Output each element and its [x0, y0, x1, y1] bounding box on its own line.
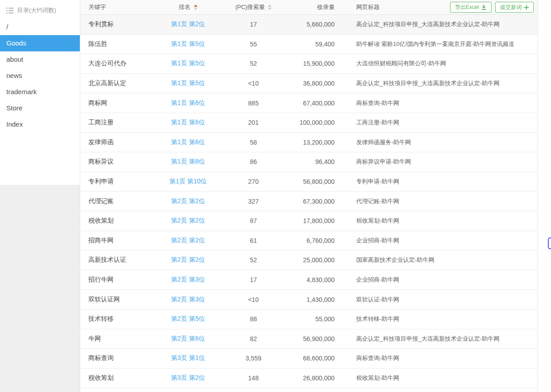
sidebar-title-label: 目录(大约词数): [17, 6, 56, 14]
sidebar-item-index[interactable]: Index: [0, 116, 80, 132]
rank-link[interactable]: 第2页 第6位: [171, 335, 205, 342]
page-title-cell: 双软认证-助牛网: [344, 296, 537, 304]
sidebar: 目录(大约词数) /GoodsaboutnewstrademarkStoreIn…: [0, 0, 80, 392]
header-buttons: 导出Excel 提交新词: [450, 2, 534, 13]
keyword-cell: 专利申请: [80, 178, 161, 186]
keyword-cell: 招商牛网: [80, 237, 161, 245]
rank-cell: 第2页 第3位: [161, 296, 216, 304]
rank-cell: 第2页 第2位: [161, 237, 216, 245]
rank-link[interactable]: 第2页 第2位: [171, 256, 205, 263]
rank-link[interactable]: 第1页 第5位: [171, 79, 205, 87]
page-title-cell: 技术转移-助牛网: [344, 315, 537, 323]
pc-volume-cell: 58: [216, 139, 291, 146]
indexed-cell: 17,800,000: [291, 217, 344, 224]
pc-volume-cell: 270: [216, 178, 291, 185]
column-header-indexed: 收录量: [291, 3, 344, 11]
rank-link[interactable]: 第1页 第8位: [171, 158, 205, 165]
rank-link[interactable]: 第2页 第3位: [171, 276, 205, 283]
page-title-cell: 国家高新技术企业认定-助牛网: [344, 256, 537, 264]
pc-volume-cell: <10: [216, 296, 291, 303]
sort-icon-pc-volume[interactable]: [268, 5, 271, 10]
column-header-indexed-label: 收录量: [317, 3, 335, 11]
rank-cell: 第3页 第1位: [161, 354, 216, 362]
page-title-cell: 专利申请-助牛网: [344, 178, 537, 186]
indexed-cell: 15,900,000: [291, 60, 344, 67]
pc-volume-cell: 87: [216, 217, 291, 224]
sort-icon-rank[interactable]: [194, 5, 197, 10]
rank-link[interactable]: 第3页 第2位: [171, 374, 205, 381]
app-window: 目录(大约词数) /GoodsaboutnewstrademarkStoreIn…: [0, 0, 551, 392]
column-header-rank-label: 排名: [179, 3, 191, 11]
pc-volume-cell: 885: [216, 100, 291, 107]
rank-link[interactable]: 第2页 第2位: [171, 197, 205, 205]
page-title-cell: 商标查询-助牛网: [344, 99, 537, 107]
column-header-keyword: 关键字: [80, 3, 161, 11]
table-row: 税收筹划 第3页 第2位 148 26,800,000 税收筹划-助牛网: [80, 369, 537, 388]
rank-link[interactable]: 第3页 第1位: [171, 354, 205, 361]
sidebar-item-root[interactable]: /: [0, 19, 80, 35]
rank-link[interactable]: 第2页 第3位: [171, 296, 205, 303]
table-row: 北京高新认定 第1页 第5位 <10 36,800,000 高企认定_科技项目申…: [80, 74, 537, 94]
keyword-cell: 招行牛网: [80, 276, 161, 284]
rank-link[interactable]: 第1页 第6位: [171, 99, 205, 106]
page-title-cell: 税收筹划-助牛网: [344, 217, 537, 225]
table-row: 招商牛网 第2页 第2位 61 6,760,000 企业招商-助牛网: [80, 231, 537, 251]
rank-link[interactable]: 第1页 第6位: [171, 119, 205, 126]
right-gutter: [538, 0, 551, 392]
sidebar-item-trademark[interactable]: trademark: [0, 84, 80, 100]
table-row: 商标异议 第1页 第8位 86 96,400 商标异议申请-助牛网: [80, 152, 537, 172]
pc-volume-cell: 201: [216, 119, 291, 126]
table-row: 陈伍胜 第1页 第5位 55 59,400 助牛解读 索赔10亿!国内专利第一案…: [80, 35, 537, 55]
sidebar-item-store[interactable]: Store: [0, 100, 80, 116]
pc-volume-cell: 52: [216, 60, 291, 67]
submit-new-word-button[interactable]: 提交新词: [495, 2, 534, 13]
rank-link[interactable]: 第2页 第2位: [171, 237, 205, 244]
floating-widget-partial[interactable]: [548, 237, 551, 249]
rank-link[interactable]: 第1页 第6位: [171, 138, 205, 146]
page-title-cell: 大连信恒财税顾问有限公司-助牛网: [344, 59, 537, 68]
table-row: 专利贯标 第1页 第2位 17 5,660,000 高企认定_科技项目申报_大连…: [80, 15, 537, 35]
keyword-cell: 牛网: [80, 335, 161, 343]
table-row: 发律师函 第1页 第6位 58 13,200,000 发律师函服务-助牛网: [80, 133, 537, 153]
rank-link[interactable]: 第1页 第5位: [171, 59, 205, 67]
keyword-cell: 商标查询: [80, 354, 161, 362]
indexed-cell: 56,900,000: [291, 335, 344, 342]
rank-link[interactable]: 第2页 第5位: [171, 315, 205, 322]
indexed-cell: 36,800,000: [291, 80, 344, 87]
column-header-keyword-label: 关键字: [88, 3, 106, 11]
export-excel-button[interactable]: 导出Excel: [450, 2, 491, 13]
column-header-rank[interactable]: 排名: [161, 3, 216, 11]
rank-link[interactable]: 第1页 第2位: [171, 20, 205, 27]
page-title-cell: 企业招商-助牛网: [344, 237, 537, 245]
rank-link[interactable]: 第2页 第2位: [171, 217, 205, 224]
rank-cell: 第2页 第2位: [161, 217, 216, 225]
indexed-cell: 68,600,000: [291, 355, 344, 362]
indexed-cell: 67,300,000: [291, 198, 344, 205]
table-row: 技术转移 第2页 第5位 88 55,000 技术转移-助牛网: [80, 310, 537, 329]
sidebar-item-news[interactable]: news: [0, 68, 80, 84]
sidebar-item-goods[interactable]: Goods: [0, 35, 80, 51]
table-row: 代理记账 第2页 第2位 327 67,300,000 代理记账-助牛网: [80, 191, 537, 211]
rank-cell: 第1页 第2位: [161, 20, 216, 28]
page-title-cell: 代理记账-助牛网: [344, 197, 537, 205]
keyword-cell: 工商注册: [80, 119, 161, 127]
indexed-cell: 59,400: [291, 41, 344, 48]
rank-link[interactable]: 第1页 第10位: [169, 178, 207, 185]
rank-link[interactable]: 第1页 第5位: [171, 40, 205, 47]
rank-cell: 第1页 第8位: [161, 158, 216, 166]
plus-icon: [524, 5, 529, 10]
keyword-cell: 高新技术认证: [80, 256, 161, 264]
table-header-row: 关键字 排名 (PC)搜索量 收录量 网页标题 导出Excel: [80, 0, 537, 15]
export-excel-label: 导出Excel: [455, 4, 479, 11]
column-header-pc-volume[interactable]: (PC)搜索量: [216, 3, 291, 11]
indexed-cell: 1,430,000: [291, 296, 344, 303]
rank-cell: 第1页 第5位: [161, 59, 216, 68]
sidebar-item-about[interactable]: about: [0, 51, 80, 68]
page-title-cell: 工商注册-助牛网: [344, 119, 537, 127]
keyword-cell: 商标网: [80, 99, 161, 107]
keyword-table-body: 专利贯标 第1页 第2位 17 5,660,000 高企认定_科技项目申报_大连…: [80, 15, 537, 388]
rank-cell: 第1页 第10位: [161, 178, 216, 186]
pc-volume-cell: <10: [216, 80, 291, 87]
table-row: 专利申请 第1页 第10位 270 56,800,000 专利申请-助牛网: [80, 172, 537, 192]
indexed-cell: 67,400,000: [291, 100, 344, 107]
